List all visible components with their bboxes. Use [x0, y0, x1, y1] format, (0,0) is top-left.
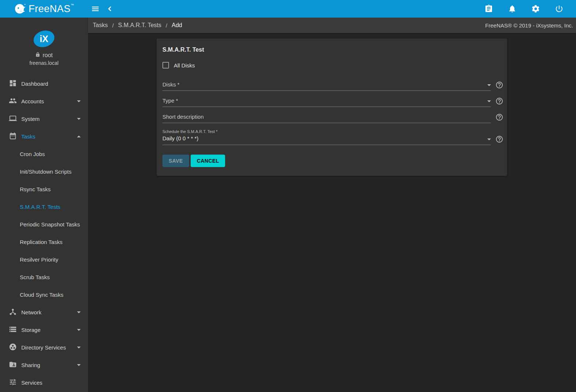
network-hub-icon	[9, 308, 18, 317]
disks-select[interactable]: Disks *	[162, 81, 491, 91]
sidebar-item-label: Directory Services	[21, 344, 66, 351]
top-bar: FreeNAS™	[0, 0, 576, 18]
user-name: root	[43, 52, 53, 59]
collapse-sidenav-button[interactable]	[103, 1, 117, 16]
calendar-icon	[9, 132, 18, 141]
chevron-down-icon	[77, 329, 81, 331]
type-select[interactable]: Type *	[162, 97, 491, 107]
chevron-down-icon	[77, 347, 81, 348]
smart-test-form-card: S.M.A.R.T. Test All Disks Disks * Type *	[157, 38, 507, 176]
bell-icon	[508, 4, 517, 13]
chevron-down-icon	[487, 100, 491, 102]
main-content: S.M.A.R.T. Test All Disks Disks * Type *	[88, 33, 576, 392]
breadcrumb-smart-tests[interactable]: S.M.A.R.T. Tests	[118, 22, 161, 29]
disks-label: Disks *	[162, 81, 180, 88]
sidebar-item-label: Dashboard	[21, 81, 48, 87]
short-description-help-icon[interactable]	[495, 113, 503, 121]
breadcrumb: Tasks / S.M.A.R.T. Tests / Add FreeNAS® …	[88, 18, 576, 33]
sidebar-item-network[interactable]: Network	[0, 303, 88, 321]
breadcrumb-tasks[interactable]: Tasks	[93, 22, 108, 29]
sidebar-item-label: Storage	[21, 327, 41, 333]
shark-icon	[14, 3, 26, 14]
gear-icon	[531, 4, 540, 13]
all-disks-checkbox[interactable]	[162, 62, 169, 69]
copyright-text: FreeNAS® © 2019 - iXsystems, Inc.	[485, 22, 573, 29]
type-help-icon[interactable]	[495, 97, 503, 105]
sidebar: iX root freenas.local Dashboard Accounts…	[0, 18, 88, 392]
brand-text: FreeNAS™	[29, 3, 74, 15]
lock-icon	[35, 52, 40, 59]
disks-help-icon[interactable]	[495, 81, 503, 89]
sidebar-item-storage[interactable]: Storage	[0, 321, 88, 339]
sidebar-item-init-shutdown-scripts[interactable]: Init/Shutdown Scripts	[0, 163, 88, 180]
chevron-down-icon	[487, 138, 491, 140]
sidebar-item-sharing[interactable]: Sharing	[0, 356, 88, 374]
chevron-left-icon	[106, 5, 114, 12]
storage-icon	[9, 325, 18, 334]
sidebar-item-tasks[interactable]: Tasks	[0, 127, 88, 145]
schedule-value: Daily (0 0 * * *)	[162, 135, 198, 141]
freenas-logo: FreeNAS™	[0, 0, 88, 18]
chevron-down-icon	[77, 364, 81, 366]
schedule-select[interactable]: Schedule the S.M.A.R.T. Test * Daily (0 …	[162, 129, 491, 145]
breadcrumb-separator: /	[112, 22, 114, 29]
form-title: S.M.A.R.T. Test	[162, 47, 501, 53]
sidebar-item-label: Services	[21, 380, 43, 386]
sidebar-item-dashboard[interactable]: Dashboard	[0, 75, 88, 92]
cancel-button[interactable]: CANCEL	[191, 155, 225, 167]
type-label: Type *	[162, 97, 178, 104]
sidebar-item-replication-tasks[interactable]: Replication Tasks	[0, 233, 88, 251]
chevron-down-icon	[487, 84, 491, 86]
people-icon	[9, 97, 18, 106]
breadcrumb-separator: /	[166, 22, 167, 29]
settings-button[interactable]	[528, 1, 543, 16]
hamburger-icon	[91, 4, 100, 13]
power-icon	[555, 4, 564, 13]
sidebar-item-label: Accounts	[21, 98, 44, 104]
schedule-help-icon[interactable]	[495, 135, 503, 143]
sidebar-user-panel: iX root freenas.local	[0, 18, 88, 75]
sidebar-item-label: System	[21, 116, 40, 122]
clipboard-icon	[484, 4, 493, 13]
menu-toggle-button[interactable]	[88, 1, 103, 16]
sidebar-item-scrub-tasks[interactable]: Scrub Tasks	[0, 268, 88, 286]
sidebar-item-accounts[interactable]: Accounts	[0, 92, 88, 110]
sidebar-item-periodic-snapshot-tasks[interactable]: Periodic Snapshot Tasks	[0, 215, 88, 233]
sidebar-item-label: Sharing	[21, 362, 40, 368]
schedule-label: Schedule the S.M.A.R.T. Test *	[162, 129, 217, 134]
all-disks-checkbox-row[interactable]: All Disks	[162, 62, 501, 69]
tune-sliders-icon	[9, 378, 18, 387]
sidebar-item-cron-jobs[interactable]: Cron Jobs	[0, 145, 88, 163]
sidebar-item-smart-tests[interactable]: S.M.A.R.T. Tests	[0, 198, 88, 215]
chevron-up-icon	[77, 136, 81, 137]
chevron-down-icon	[77, 100, 81, 102]
task-manager-button[interactable]	[481, 1, 496, 16]
dashboard-icon	[9, 79, 18, 88]
sidebar-item-label: Tasks	[21, 133, 35, 140]
short-description-input[interactable]	[162, 114, 491, 120]
laptop-icon	[9, 114, 18, 123]
chevron-down-icon	[77, 118, 81, 120]
trademark: ™	[71, 3, 74, 7]
sidebar-item-system[interactable]: System	[0, 110, 88, 127]
sidebar-item-label: Network	[21, 309, 41, 315]
sidebar-item-resilver-priority[interactable]: Resilver Priority	[0, 251, 88, 268]
ix-systems-logo: iX	[32, 28, 57, 50]
folder-shared-icon	[9, 360, 18, 369]
all-disks-label: All Disks	[174, 62, 195, 69]
sidebar-item-directory-services[interactable]: Directory Services	[0, 339, 88, 356]
host-name: freenas.local	[0, 60, 88, 66]
directory-services-icon	[9, 343, 18, 352]
notifications-button[interactable]	[505, 1, 520, 16]
power-button[interactable]	[552, 1, 566, 16]
sidebar-item-cloud-sync-tasks[interactable]: Cloud Sync Tasks	[0, 286, 88, 303]
chevron-down-icon	[77, 311, 81, 313]
sidebar-item-services[interactable]: Services	[0, 374, 88, 391]
breadcrumb-add: Add	[172, 22, 182, 29]
sidebar-item-rsync-tasks[interactable]: Rsync Tasks	[0, 180, 88, 198]
save-button[interactable]: SAVE	[162, 155, 189, 167]
